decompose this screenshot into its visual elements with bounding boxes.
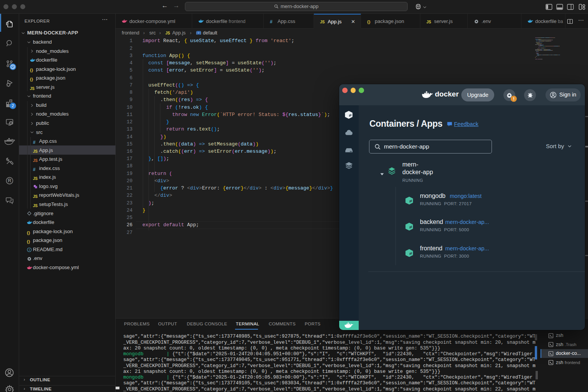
svg-text:R: R [8, 178, 11, 183]
svg-text:[⊘]: [⊘] [196, 31, 201, 34]
